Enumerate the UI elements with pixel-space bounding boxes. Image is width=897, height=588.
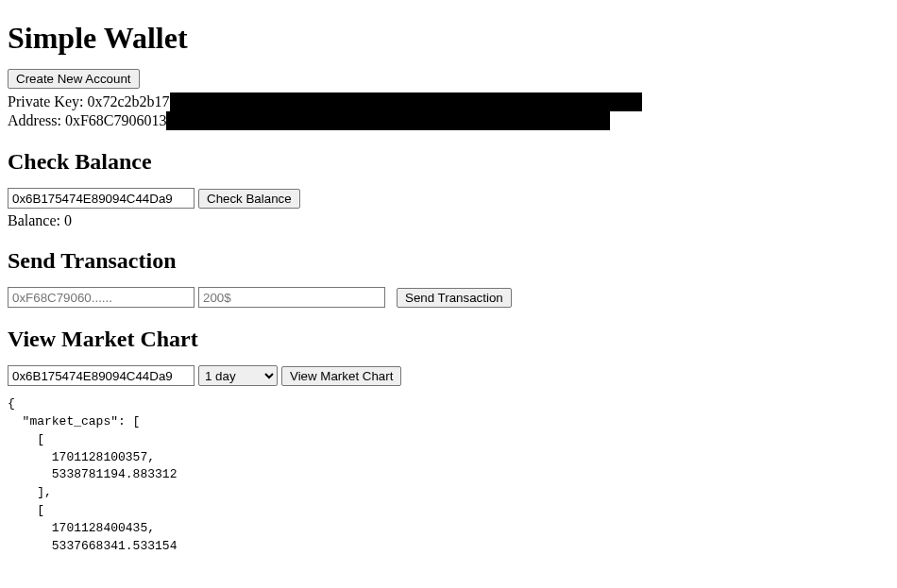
chart-output: { "market_caps": [ [ 1701128100357, 5338… xyxy=(8,395,889,556)
private-key-redaction xyxy=(170,92,642,111)
balance-result: Balance: 0 xyxy=(8,212,889,229)
private-key-label: Private Key: 0x72c2b2b17 xyxy=(8,93,170,109)
create-account-section: Create New Account Private Key: 0x72c2b2… xyxy=(8,69,889,130)
private-key-line: Private Key: 0x72c2b2b17 xyxy=(8,92,889,111)
address-redaction xyxy=(166,111,610,130)
chart-range-select[interactable]: 1 day xyxy=(198,365,278,386)
check-balance-button[interactable]: Check Balance xyxy=(198,189,300,209)
tx-address-input[interactable] xyxy=(8,287,195,308)
send-transaction-heading: Send Transaction xyxy=(8,248,889,274)
check-balance-heading: Check Balance xyxy=(8,149,889,175)
page-title: Simple Wallet xyxy=(8,21,889,56)
check-balance-section: Check Balance Balance: 0 xyxy=(8,188,889,229)
address-label: Address: 0xF68C7906013 xyxy=(8,112,166,128)
create-account-button[interactable]: Create New Account xyxy=(8,69,140,89)
balance-token-input[interactable] xyxy=(8,188,195,209)
view-market-chart-section: 1 day View Market Chart { "market_caps":… xyxy=(8,365,889,556)
send-transaction-button[interactable]: Send Transaction xyxy=(397,288,512,308)
chart-token-input[interactable] xyxy=(8,365,195,386)
view-market-chart-heading: View Market Chart xyxy=(8,327,889,352)
address-line: Address: 0xF68C7906013 xyxy=(8,111,889,130)
send-transaction-section: Send Transaction xyxy=(8,287,889,308)
view-chart-button[interactable]: View Market Chart xyxy=(281,366,401,386)
tx-amount-input[interactable] xyxy=(198,287,385,308)
